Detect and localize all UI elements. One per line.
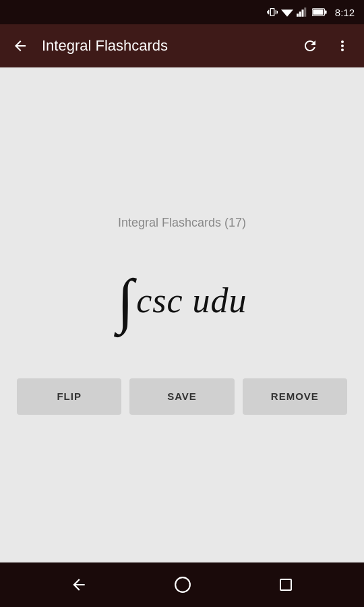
nav-bar	[0, 562, 364, 607]
status-bar: 8:12	[0, 0, 364, 24]
remove-button[interactable]: REMOVE	[243, 378, 347, 415]
app-bar: Integral Flashcards	[0, 24, 364, 67]
refresh-button[interactable]	[295, 31, 325, 61]
app-title: Integral Flashcards	[42, 37, 287, 55]
integral-display: ∫ csc udu	[117, 270, 247, 331]
back-button[interactable]	[7, 32, 34, 59]
status-icons	[267, 6, 327, 18]
more-options-button[interactable]	[328, 31, 357, 61]
nav-back-button[interactable]	[63, 569, 94, 600]
signal-icon	[297, 7, 309, 17]
svg-marker-0	[281, 9, 293, 17]
nav-home-button[interactable]	[167, 569, 198, 600]
svg-rect-2	[299, 11, 301, 17]
app-bar-actions	[295, 31, 357, 61]
nav-recent-button[interactable]	[271, 570, 301, 600]
button-row: FLIP SAVE REMOVE	[17, 378, 347, 415]
card-subtitle: Integral Flashcards (17)	[118, 216, 246, 230]
main-content: Integral Flashcards (17) ∫ csc udu FLIP …	[0, 67, 364, 562]
status-time: 8:12	[335, 7, 355, 18]
svg-rect-9	[280, 579, 291, 590]
wifi-icon	[281, 7, 293, 17]
flashcard[interactable]: ∫ csc udu	[20, 250, 344, 351]
save-button[interactable]: SAVE	[129, 378, 234, 415]
svg-rect-3	[301, 9, 303, 17]
svg-rect-7	[313, 9, 323, 15]
svg-rect-4	[304, 7, 306, 17]
svg-rect-6	[325, 10, 327, 13]
svg-rect-1	[297, 13, 299, 17]
vibrate-icon	[267, 6, 278, 18]
integral-symbol: ∫	[117, 270, 133, 331]
integral-expression: csc udu	[136, 281, 247, 320]
svg-point-8	[175, 577, 190, 592]
battery-icon	[312, 8, 327, 16]
flip-button[interactable]: FLIP	[17, 378, 121, 415]
